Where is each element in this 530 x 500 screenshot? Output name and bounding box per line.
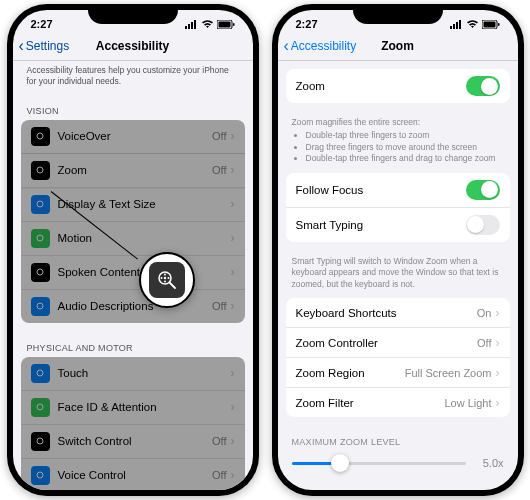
zoom-toggle[interactable]: [466, 76, 500, 96]
cell-audio-descriptions[interactable]: Audio DescriptionsOff›: [21, 290, 245, 323]
cell-label: Display & Text Size: [58, 198, 231, 210]
cell-keyboard-shortcuts[interactable]: Keyboard ShortcutsOn›: [286, 298, 510, 328]
cell-value: Off: [212, 435, 226, 447]
cell-follow-focus[interactable]: Follow Focus: [286, 173, 510, 208]
chevron-left-icon: ‹: [19, 38, 24, 54]
cell-motion[interactable]: Motion›: [21, 222, 245, 256]
slider-value: 5.0x: [474, 457, 504, 469]
chevron-right-icon: ›: [496, 336, 500, 350]
row-icon: [31, 195, 50, 214]
chevron-right-icon: ›: [231, 468, 235, 482]
cell-value: Off: [212, 300, 226, 312]
back-button[interactable]: ‹ Accessibility: [278, 38, 357, 54]
cell-label: Zoom: [296, 80, 466, 92]
clock: 2:27: [296, 18, 318, 30]
cell-smart-typing[interactable]: Smart Typing: [286, 208, 510, 242]
svg-point-36: [164, 281, 166, 283]
cell-zoom-filter[interactable]: Zoom FilterLow Light›: [286, 388, 510, 417]
row-icon: [31, 127, 50, 146]
cell-zoom-region[interactable]: Zoom RegionFull Screen Zoom›: [286, 358, 510, 388]
battery-icon: [217, 20, 235, 29]
cell-label: Follow Focus: [296, 184, 466, 196]
nav-bar: ‹ Settings Accessibility: [13, 32, 253, 61]
svg-rect-23: [34, 435, 46, 447]
cell-value: Low Light: [444, 397, 491, 409]
zoom-options-group: Keyboard ShortcutsOn›Zoom ControllerOff›…: [286, 298, 510, 417]
cell-zoom[interactable]: Zoom: [286, 69, 510, 103]
intro-text: Accessibility features help you customiz…: [13, 61, 253, 96]
row-icon: [31, 161, 50, 180]
svg-rect-43: [459, 20, 461, 29]
row-icon: [31, 229, 50, 248]
nav-bar: ‹ Accessibility Zoom: [278, 32, 518, 61]
battery-icon: [482, 20, 500, 29]
svg-rect-15: [34, 266, 46, 278]
row-icon: [31, 466, 50, 485]
chevron-right-icon: ›: [231, 197, 235, 211]
svg-rect-46: [498, 23, 500, 26]
status-icons: [185, 18, 235, 30]
chevron-right-icon: ›: [231, 129, 235, 143]
clock: 2:27: [31, 18, 53, 30]
cell-value: Off: [212, 469, 226, 481]
max-zoom-header: MAXIMUM ZOOM LEVEL: [278, 427, 518, 451]
cellular-icon: [450, 20, 463, 29]
notch: [88, 4, 178, 24]
notch: [353, 4, 443, 24]
status-icons: [450, 18, 500, 30]
cell-label: Zoom: [58, 164, 213, 176]
cell-label: VoiceOver: [58, 130, 213, 142]
cell-label: Zoom Region: [296, 367, 405, 379]
cell-label: Keyboard Shortcuts: [296, 307, 477, 319]
svg-rect-41: [453, 24, 455, 29]
svg-rect-2: [191, 22, 193, 29]
row-icon: [31, 398, 50, 417]
back-button[interactable]: ‹ Settings: [13, 38, 70, 54]
cell-voiceover[interactable]: VoiceOverOff›: [21, 120, 245, 154]
cell-face-id-attention[interactable]: Face ID & Attention›: [21, 391, 245, 425]
svg-rect-5: [218, 21, 230, 27]
cell-value: Full Screen Zoom: [405, 367, 492, 379]
svg-point-37: [160, 277, 162, 279]
svg-rect-40: [450, 26, 452, 29]
cell-value: Off: [477, 337, 491, 349]
svg-rect-6: [233, 23, 235, 26]
phone-accessibility: 2:27 ‹ Settings Accessibility Accessibil…: [7, 4, 259, 496]
cell-zoom-controller[interactable]: Zoom ControllerOff›: [286, 328, 510, 358]
svg-point-38: [167, 277, 169, 279]
follow-focus-toggle[interactable]: [466, 180, 500, 200]
svg-rect-7: [34, 130, 46, 142]
cell-switch-control[interactable]: Switch ControlOff›: [21, 425, 245, 459]
chevron-right-icon: ›: [231, 265, 235, 279]
max-zoom-slider[interactable]: [292, 462, 466, 465]
chevron-right-icon: ›: [231, 400, 235, 414]
cell-label: Audio Descriptions: [58, 300, 213, 312]
svg-point-39: [163, 277, 165, 279]
zoom-icon-callout: [139, 252, 195, 308]
back-label: Settings: [26, 39, 69, 53]
cell-spoken-content[interactable]: Spoken Content›: [21, 256, 245, 290]
svg-rect-42: [456, 22, 458, 29]
chevron-left-icon: ‹: [284, 38, 289, 54]
chevron-right-icon: ›: [231, 366, 235, 380]
svg-rect-21: [34, 401, 46, 413]
chevron-right-icon: ›: [231, 434, 235, 448]
svg-rect-3: [194, 20, 196, 29]
cellular-icon: [185, 20, 198, 29]
row-icon: [31, 432, 50, 451]
cell-voice-control[interactable]: Voice ControlOff›: [21, 459, 245, 490]
cell-label: Touch: [58, 367, 231, 379]
back-label: Accessibility: [291, 39, 356, 53]
smart-typing-toggle[interactable]: [466, 215, 500, 235]
max-zoom-slider-row: 5.0x: [278, 451, 518, 483]
svg-rect-1: [188, 24, 190, 29]
section-header-motor: PHYSICAL AND MOTOR: [13, 333, 253, 357]
zoom-description: Zoom magnifies the entire screen: Double…: [278, 113, 518, 173]
cell-value: Off: [212, 164, 226, 176]
slider-thumb[interactable]: [331, 454, 349, 472]
svg-line-34: [169, 283, 175, 289]
svg-point-35: [164, 274, 166, 276]
cell-touch[interactable]: Touch›: [21, 357, 245, 391]
cell-zoom[interactable]: ZoomOff›: [21, 154, 245, 188]
svg-rect-19: [34, 367, 46, 379]
